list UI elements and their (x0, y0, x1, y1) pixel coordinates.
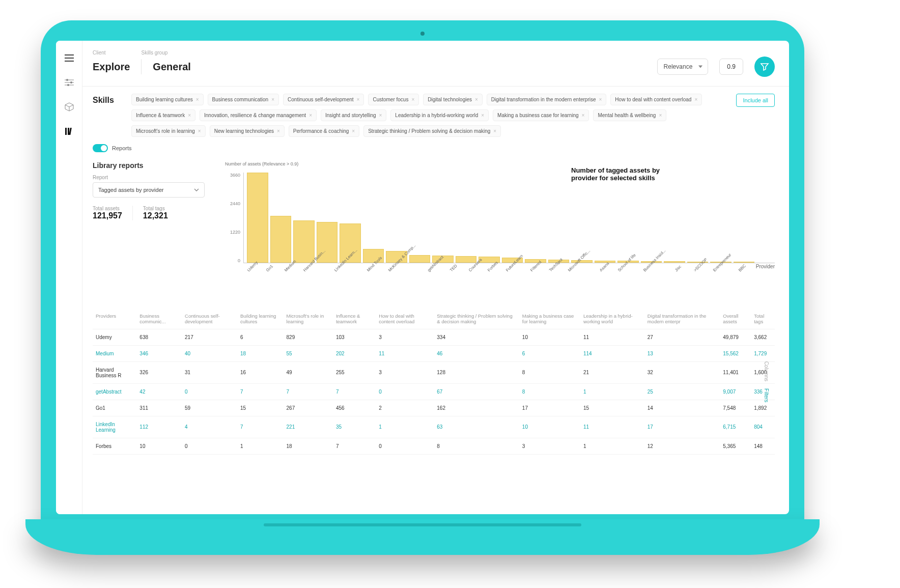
value-cell: 0 (376, 438, 434, 454)
value-cell: 25 (644, 383, 720, 400)
skill-chip[interactable]: Customer focus× (368, 94, 419, 105)
column-header[interactable]: How to deal with content overload (376, 309, 434, 329)
chip-close-icon[interactable]: × (379, 113, 382, 118)
table-row[interactable]: Forbes10011870831125,365148 (93, 438, 775, 454)
y-tick: 0 (238, 258, 240, 263)
value-cell: 255 (333, 361, 376, 383)
chip-close-icon[interactable]: × (309, 113, 312, 118)
cube-icon[interactable] (64, 102, 74, 112)
value-cell: 112 (136, 416, 182, 438)
skill-chip[interactable]: Leadership in a hybrid-working world× (390, 109, 489, 121)
value-cell: 6,715 (720, 416, 751, 438)
chip-close-icon[interactable]: × (352, 128, 355, 134)
column-header[interactable]: Making a business case for learning (519, 309, 580, 329)
value-cell: 1 (580, 438, 644, 454)
value-cell: 1 (376, 416, 434, 438)
chip-close-icon[interactable]: × (277, 128, 280, 134)
column-header[interactable]: Influence & teamwork (333, 309, 376, 329)
skill-chip[interactable]: Digital technologies× (423, 94, 483, 105)
menu-icon[interactable] (64, 53, 74, 63)
chip-close-icon[interactable]: × (493, 128, 496, 134)
value-cell: 14 (644, 400, 720, 416)
skill-chip[interactable]: Business communication× (208, 94, 279, 105)
value-cell: 8 (519, 361, 580, 383)
table-row[interactable]: Medium346401855202114661141315,5621,729 (93, 345, 775, 361)
title-row: Explore General Relevance 0.9 (93, 57, 775, 77)
table-row[interactable]: getAbstract42077706781259,007336 (93, 383, 775, 400)
chip-close-icon[interactable]: × (271, 97, 274, 102)
value-cell: 162 (434, 400, 519, 416)
value-cell: 27 (644, 329, 720, 345)
skill-chip[interactable]: New learning technologies× (210, 125, 285, 137)
value-cell: 114 (580, 345, 644, 361)
filters-tab[interactable]: Filters (764, 388, 769, 402)
table-wrap: ProvidersBusiness communic...Continuous … (93, 309, 775, 455)
skill-chip[interactable]: Microsoft's role in learning× (131, 125, 206, 137)
chip-close-icon[interactable]: × (188, 113, 191, 118)
provider-cell: Medium (93, 345, 136, 361)
column-header[interactable]: Digital transformation in the modern ent… (644, 309, 720, 329)
value-cell: 3 (376, 329, 434, 345)
provider-cell: LinkedIn Learning (93, 416, 136, 438)
provider-cell: Forbes (93, 438, 136, 454)
y-tick: 3660 (230, 173, 240, 178)
chip-close-icon[interactable]: × (357, 97, 360, 102)
column-header[interactable]: Building learning cultures (237, 309, 284, 329)
provider-cell: Go1 (93, 400, 136, 416)
column-header[interactable]: Microsoft's role in learning (284, 309, 333, 329)
relevance-value[interactable]: 0.9 (719, 59, 743, 75)
value-cell: 6 (237, 329, 284, 345)
value-cell: 13 (644, 345, 720, 361)
filter-button[interactable] (754, 57, 775, 77)
reports-toggle[interactable] (93, 144, 108, 152)
skill-chip[interactable]: Making a business case for learning× (493, 109, 589, 121)
library-icon[interactable] (64, 126, 74, 136)
value-cell: 148 (751, 438, 775, 454)
value-cell: 128 (434, 361, 519, 383)
value-cell: 21 (580, 361, 644, 383)
skill-chip[interactable]: Strategic thinking / Problem solving & d… (363, 125, 501, 137)
chip-close-icon[interactable]: × (599, 97, 602, 102)
column-header[interactable]: Providers (93, 309, 136, 329)
chip-close-icon[interactable]: × (694, 97, 697, 102)
table-row[interactable]: Go1311591526745621621715147,5481,892 (93, 400, 775, 416)
chip-close-icon[interactable]: × (475, 97, 478, 102)
columns-tab[interactable]: Columns (764, 361, 769, 381)
reports-toggle-label: Reports (112, 145, 132, 151)
column-header[interactable]: Overall assets (720, 309, 751, 329)
chip-close-icon[interactable]: × (411, 97, 414, 102)
report-select[interactable]: Tagged assets by provider (93, 182, 205, 198)
skill-chip[interactable]: Mental health & wellbeing× (593, 109, 666, 121)
column-header[interactable]: Strategic thinking / Problem solving & d… (434, 309, 519, 329)
table-row[interactable]: LinkedIn Learning11247221351631011176,71… (93, 416, 775, 438)
value-cell: 49 (284, 361, 333, 383)
value-cell: 11 (580, 416, 644, 438)
skill-chip[interactable]: Influence & teamwork× (131, 109, 195, 121)
chip-close-icon[interactable]: × (481, 113, 484, 118)
skill-chip[interactable]: Digital transformation in the modern ent… (487, 94, 607, 105)
skill-chip[interactable]: Continuous self-development× (283, 94, 364, 105)
skill-chip[interactable]: Building learning cultures× (131, 94, 204, 105)
skill-chip[interactable]: Insight and storytelling× (321, 109, 386, 121)
chip-close-icon[interactable]: × (196, 97, 199, 102)
chip-close-icon[interactable]: × (659, 113, 662, 118)
skill-chip[interactable]: Innovation, resilience & change manageme… (200, 109, 317, 121)
chip-close-icon[interactable]: × (198, 128, 201, 134)
column-header[interactable]: Business communic... (136, 309, 182, 329)
include-all-button[interactable]: Include all (736, 94, 775, 107)
column-header[interactable]: Leadership in a hybrid-working world (580, 309, 644, 329)
relevance-select[interactable]: Relevance (657, 59, 709, 75)
skill-chip[interactable]: How to deal with content overload× (610, 94, 702, 105)
table-row[interactable]: Udemy6382176829103333410112749,8793,662 (93, 329, 775, 345)
svg-point-0 (66, 79, 68, 81)
column-header[interactable]: Continuous self-development (182, 309, 237, 329)
table-row[interactable]: Harvard Business R3263116492553128821321… (93, 361, 775, 383)
value-cell: 6 (519, 345, 580, 361)
skill-chip[interactable]: Performance & coaching× (289, 125, 359, 137)
svg-rect-5 (69, 128, 71, 135)
sliders-icon[interactable] (64, 77, 74, 88)
chip-close-icon[interactable]: × (582, 113, 585, 118)
chart-bar (247, 173, 268, 263)
column-header[interactable]: Total tags (751, 309, 775, 329)
value-cell: 3 (376, 361, 434, 383)
